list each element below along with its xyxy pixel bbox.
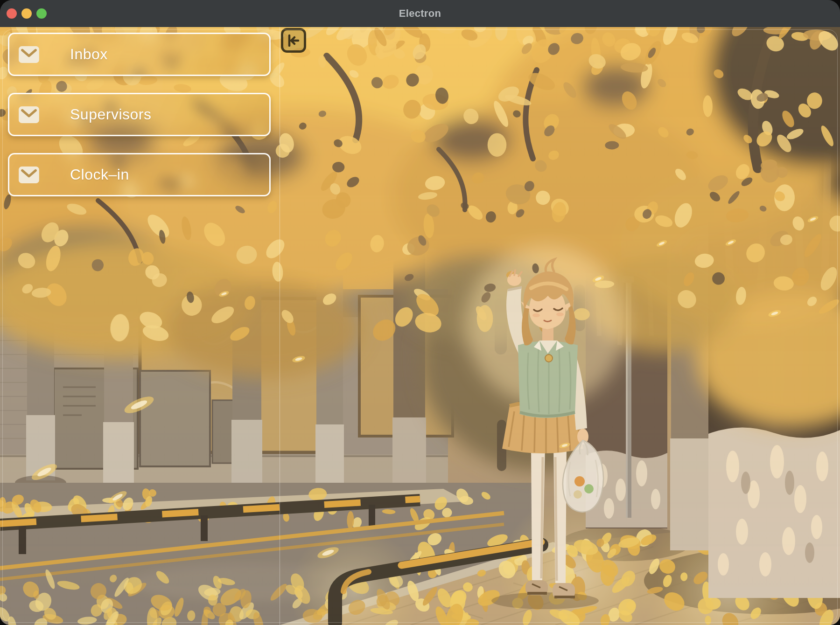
sidebar-button-clock-in[interactable]: Clock–in bbox=[8, 153, 271, 196]
close-button[interactable] bbox=[7, 8, 17, 19]
window-title: Electron bbox=[0, 7, 840, 20]
traffic-lights bbox=[7, 0, 47, 27]
envelope-icon bbox=[18, 46, 40, 63]
envelope-icon bbox=[18, 106, 40, 124]
electron-window: Electron bbox=[0, 0, 840, 625]
sidebar: Inbox Supervisors Clock–in bbox=[0, 27, 280, 625]
collapse-sidebar-button[interactable] bbox=[281, 28, 306, 53]
sidebar-button-supervisors[interactable]: Supervisors bbox=[8, 93, 271, 136]
sidebar-button-label: Inbox bbox=[70, 46, 108, 63]
content-area: Inbox Supervisors Clock–in bbox=[0, 27, 840, 625]
zoom-button[interactable] bbox=[36, 8, 47, 19]
envelope-icon bbox=[18, 166, 40, 184]
arrow-left-to-bar-icon bbox=[286, 33, 301, 48]
sidebar-button-label: Clock–in bbox=[70, 166, 129, 183]
sidebar-button-inbox[interactable]: Inbox bbox=[8, 33, 271, 76]
titlebar[interactable]: Electron bbox=[0, 0, 840, 27]
minimize-button[interactable] bbox=[21, 8, 32, 19]
sidebar-button-label: Supervisors bbox=[70, 106, 151, 123]
